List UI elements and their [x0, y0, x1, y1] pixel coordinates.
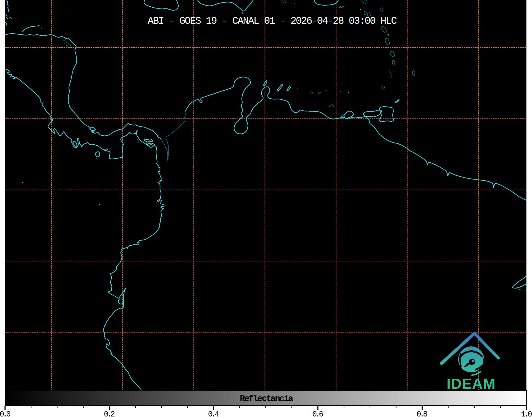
svg-text:ABI - GOES 19 - CANAL 01 - 202: ABI - GOES 19 - CANAL 01 - 2026-04-28 03…: [148, 15, 397, 27]
svg-text:0.8: 0.8: [416, 410, 427, 417]
svg-text:Reflectancia: Reflectancia: [240, 394, 293, 404]
svg-text:0.2: 0.2: [104, 410, 115, 417]
svg-text:0.0: 0.0: [0, 410, 10, 417]
svg-text:0.6: 0.6: [312, 410, 323, 417]
svg-text:0.4: 0.4: [208, 410, 219, 417]
svg-text:IDEAM: IDEAM: [447, 375, 495, 392]
svg-text:1.0: 1.0: [521, 410, 532, 417]
